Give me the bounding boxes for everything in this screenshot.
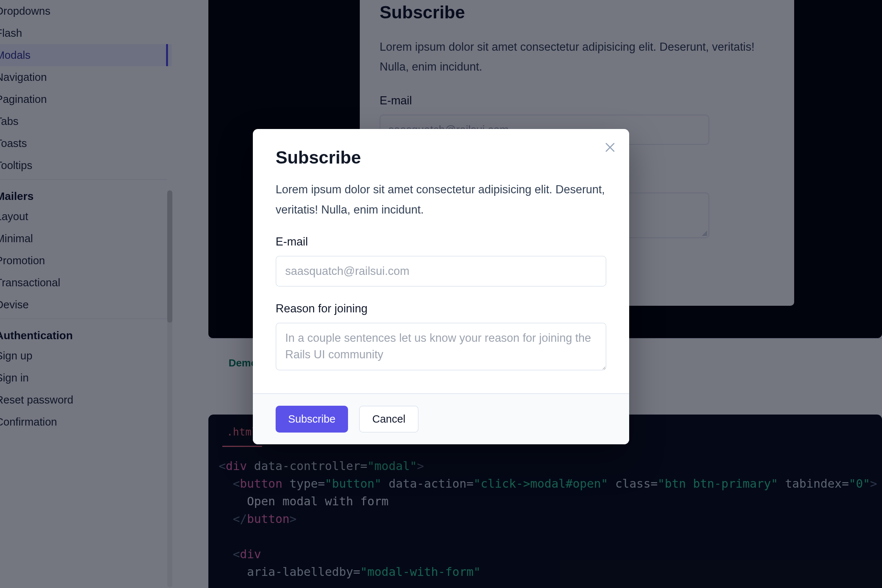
close-icon — [603, 141, 616, 154]
close-button[interactable] — [603, 141, 616, 154]
modal-title: Subscribe — [276, 147, 606, 168]
email-label: E-mail — [276, 235, 606, 248]
subscribe-button[interactable]: Subscribe — [276, 406, 348, 432]
subscribe-modal: Subscribe Lorem ipsum dolor sit amet con… — [253, 129, 629, 444]
email-input[interactable] — [276, 256, 606, 286]
reason-label: Reason for joining — [276, 302, 606, 315]
reason-textarea[interactable] — [276, 322, 606, 370]
modal-footer: Subscribe Cancel — [253, 393, 629, 444]
cancel-button[interactable]: Cancel — [359, 406, 418, 432]
modal-description: Lorem ipsum dolor sit amet consectetur a… — [276, 179, 606, 220]
